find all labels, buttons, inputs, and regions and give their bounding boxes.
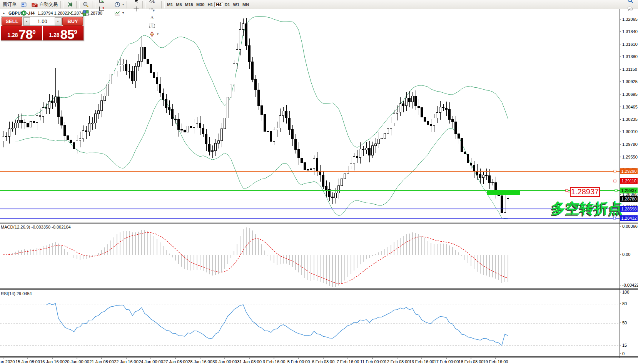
timeframe-h1-button[interactable]: H1: [206, 2, 214, 7]
mt4-terminal-window: { "toolbar": { "new_order_label": "新订单",…: [0, 0, 638, 364]
buy-button[interactable]: BUY: [62, 17, 83, 26]
templates-button[interactable]: ▾: [112, 9, 126, 17]
templates-icon: [114, 10, 121, 17]
sell-price-prefix: 1.28: [7, 30, 18, 40]
indicator-axis-label: 0: [622, 351, 625, 356]
autotrading-button[interactable]: 自动交易: [29, 0, 60, 9]
chart-shift-button[interactable]: [96, 5, 107, 13]
one-click-trading-panel: SELL ▼ 1.00 ▲ BUY 1.28780 1.28859: [1, 16, 84, 41]
time-tick-label: 31 Jan 08:00: [237, 359, 262, 364]
object-anchor-marker[interactable]: [566, 189, 568, 192]
zoom-out-button[interactable]: [80, 0, 91, 9]
chevron-down-icon: ▾: [122, 3, 124, 6]
price-tick-label: 1.30010: [622, 129, 638, 134]
line-chart-button[interactable]: [65, 9, 75, 17]
object-anchor-marker[interactable]: [614, 170, 616, 172]
object-anchor-marker[interactable]: [615, 189, 617, 192]
price-tick-label: 1.30235: [622, 117, 638, 122]
label-icon: T: [149, 22, 155, 29]
arrows-button[interactable]: ▾: [147, 30, 160, 38]
time-tick-label: 21 Jan 08:00: [89, 359, 114, 364]
autotrading-label: 自动交易: [39, 1, 58, 8]
price-badge-text: 1.28432: [621, 216, 637, 220]
timeframe-m5-button[interactable]: M5: [174, 2, 183, 7]
time-tick-label: 6 Feb 08:00: [312, 359, 335, 364]
time-tick-label: 11 Feb 00:00: [360, 359, 385, 364]
svg-text:T: T: [151, 23, 153, 28]
time-tick-label: 7 Feb 16:00: [337, 359, 359, 364]
horizontal-level-lines[interactable]: [0, 171, 620, 218]
panel-frame: [0, 9, 638, 358]
periods-icon: [114, 1, 121, 8]
timeframe-d1-button[interactable]: D1: [223, 2, 232, 7]
indicator-axis-label: 15: [622, 343, 627, 347]
indicator-axis-label: 0.00: [622, 252, 630, 257]
cursor-button[interactable]: [131, 0, 142, 5]
price-tick-label: 1.31380: [622, 54, 638, 59]
price-tick-label: 1.29780: [622, 142, 638, 147]
collapse-triangle-icon[interactable]: ▲: [2, 12, 5, 15]
channel-icon: E: [149, 0, 155, 4]
object-anchor-marker[interactable]: [614, 180, 616, 182]
chart-window[interactable]: 1.28937多空转折点多空转折点1.320651.318401.316101.…: [0, 9, 638, 364]
cn-note-text[interactable]: 多空转折点: [551, 200, 623, 216]
tile-windows-button[interactable]: [80, 9, 91, 17]
timeframe-w1-button[interactable]: W1: [232, 2, 241, 7]
toolbar-separator: [161, 1, 165, 8]
new-order-button[interactable]: 新订单: [1, 0, 18, 9]
search-icon: [627, 0, 634, 4]
zoom-out-icon: [82, 1, 89, 8]
green-highlight-bar[interactable]: [487, 190, 520, 195]
channel-button[interactable]: E: [147, 0, 160, 5]
timeframe-h4-button[interactable]: H4: [214, 2, 223, 7]
periods-button[interactable]: ▾: [112, 0, 126, 9]
client-terminal-icon: [20, 1, 27, 8]
auto-scroll-icon: [98, 0, 105, 4]
toolbar-separator: [92, 1, 95, 8]
arrows-icon: [149, 31, 155, 38]
volume-up-button[interactable]: ▲: [55, 17, 61, 25]
new-order-label: 新订单: [3, 1, 17, 8]
buy-price-sup: 9: [74, 24, 77, 40]
signals-button[interactable]: [18, 9, 29, 17]
label-button[interactable]: T: [147, 22, 160, 30]
auto-scroll-button[interactable]: [96, 0, 107, 5]
sell-quote-tile[interactable]: 1.28780: [1, 26, 42, 40]
chat-button[interactable]: [625, 5, 636, 13]
price-tick-label: 1.30695: [622, 92, 638, 97]
sell-button[interactable]: SELL: [2, 17, 22, 26]
crosshair-button[interactable]: [131, 5, 142, 13]
candle-chart-button[interactable]: [65, 0, 75, 9]
macd-label: MACD(12,26,9) -0.003350 -0.002104: [1, 225, 71, 229]
toolbar-separator: [142, 1, 146, 8]
time-tick-label: 15 Jan 08:00: [15, 359, 40, 364]
top-toolbar: 新订单 自动交易 ▾▾▾ EFAT▾ M1M5M15M30H1H4D1W1MN: [0, 0, 638, 9]
candlestick-series: [2, 18, 509, 218]
chart-canvas[interactable]: 1.28937多空转折点多空转折点1.320651.318401.316101.…: [0, 9, 638, 364]
chevron-down-icon: ▾: [122, 11, 124, 15]
indicator-axis-label: 50: [622, 321, 627, 325]
search-button[interactable]: [625, 0, 636, 5]
text-button[interactable]: A: [147, 13, 160, 22]
price-tick-label: 1.31610: [622, 42, 638, 47]
cursor-icon: [133, 0, 140, 4]
buy-quote-tile[interactable]: 1.28859: [43, 26, 84, 40]
signals-icon: [20, 10, 27, 17]
client-terminal-button[interactable]: [18, 0, 29, 9]
timeframe-m15-button[interactable]: M15: [184, 2, 195, 7]
volume-down-button[interactable]: ▼: [23, 17, 30, 25]
timeframe-m30-button[interactable]: M30: [195, 2, 206, 7]
time-tick-label: 30 Jan 00:00: [212, 359, 237, 364]
svg-text:A: A: [150, 14, 154, 20]
toolbar-separator: [127, 1, 130, 8]
time-axis[interactable]: 14 Jan 202015 Jan 08:0016 Jan 16:0020 Ja…: [0, 357, 508, 364]
price-badge-text: 1.28937: [621, 188, 637, 193]
price-axis[interactable]: 1.320651.318401.316101.313801.311501.309…: [620, 17, 638, 356]
time-tick-label: 20 Jan 00:00: [65, 359, 89, 364]
rsi-line: [46, 303, 508, 345]
time-tick-label: 12 Feb 08:00: [385, 359, 410, 364]
timeframe-m1-button[interactable]: M1: [165, 2, 174, 7]
chevron-down-icon: ▾: [157, 32, 159, 36]
timeframe-mn-button[interactable]: MN: [241, 2, 251, 7]
fibonacci-button[interactable]: F: [147, 5, 160, 13]
